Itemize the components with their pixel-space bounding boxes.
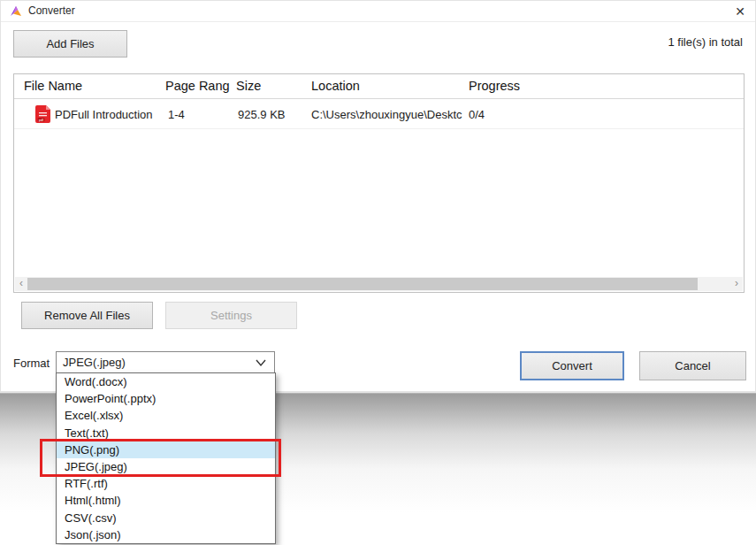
close-icon[interactable]: ✕ (730, 3, 750, 20)
scrollbar-thumb[interactable] (27, 278, 698, 290)
dropdown-option-jpeg[interactable]: JPEG(.jpeg) (57, 458, 275, 475)
cell-file-name: PDFull Introduction (55, 108, 153, 121)
scroll-right-icon[interactable]: › (730, 277, 743, 291)
window-title: Converter (28, 4, 75, 17)
col-size[interactable]: Size (236, 79, 261, 93)
chevron-down-icon (256, 358, 266, 367)
cell-page-range: 1-4 (168, 108, 185, 121)
svg-text:pdf: pdf (39, 119, 43, 122)
scroll-left-icon[interactable]: ‹ (15, 277, 27, 291)
col-location[interactable]: Location (311, 79, 360, 93)
title-bar: Converter ✕ (1, 1, 755, 22)
dropdown-option-csv[interactable]: CSV(.csv) (57, 510, 275, 526)
col-progress[interactable]: Progress (469, 79, 520, 93)
dropdown-option-excel[interactable]: Excel(.xlsx) (57, 407, 275, 424)
format-combobox[interactable]: JPEG(.jpeg) (56, 351, 275, 373)
dropdown-option-word[interactable]: Word(.docx) (57, 373, 275, 390)
cell-location: C:\Users\zhouxingyue\Desktc (311, 108, 462, 121)
file-table: File Name Page Rang Size Location Progre… (13, 73, 745, 293)
table-header: File Name Page Rang Size Location Progre… (14, 74, 744, 99)
dropdown-option-text[interactable]: Text(.txt) (57, 425, 275, 441)
table-row[interactable]: pdf PDFull Introduction 1-4 925.9 KB C:\… (14, 99, 744, 129)
format-dropdown-list: Word(.docx) PowerPoint(.pptx) Excel(.xls… (56, 372, 276, 544)
cell-progress: 0/4 (469, 108, 485, 121)
app-logo-icon (10, 5, 22, 18)
dropdown-option-powerpoint[interactable]: PowerPoint(.pptx) (57, 390, 275, 407)
cell-size: 925.9 KB (238, 108, 286, 121)
dropdown-option-rtf[interactable]: RTF(.rtf) (57, 475, 275, 492)
pdf-file-icon: pdf (35, 105, 50, 123)
dropdown-option-json[interactable]: Json(.json) (57, 526, 275, 543)
convert-button[interactable]: Convert (520, 351, 624, 380)
screen: Converter ✕ Add Files 1 file(s) in total… (0, 0, 756, 545)
settings-button[interactable]: Settings (165, 302, 297, 329)
table-hscrollbar[interactable]: ‹ › (15, 277, 743, 291)
cancel-button[interactable]: Cancel (639, 351, 746, 380)
format-label: Format (13, 357, 50, 370)
add-files-button[interactable]: Add Files (13, 30, 127, 58)
dropdown-option-html[interactable]: Html(.html) (57, 492, 275, 509)
format-selected-value: JPEG(.jpeg) (63, 356, 126, 369)
converter-dialog: Converter ✕ Add Files 1 file(s) in total… (0, 0, 756, 392)
remove-all-files-button[interactable]: Remove All Files (21, 302, 153, 329)
col-file-name[interactable]: File Name (24, 79, 82, 93)
files-total-label: 1 file(s) in total (668, 35, 743, 49)
col-page-range[interactable]: Page Rang (165, 79, 230, 93)
dropdown-option-png[interactable]: PNG(.png) (57, 441, 275, 458)
